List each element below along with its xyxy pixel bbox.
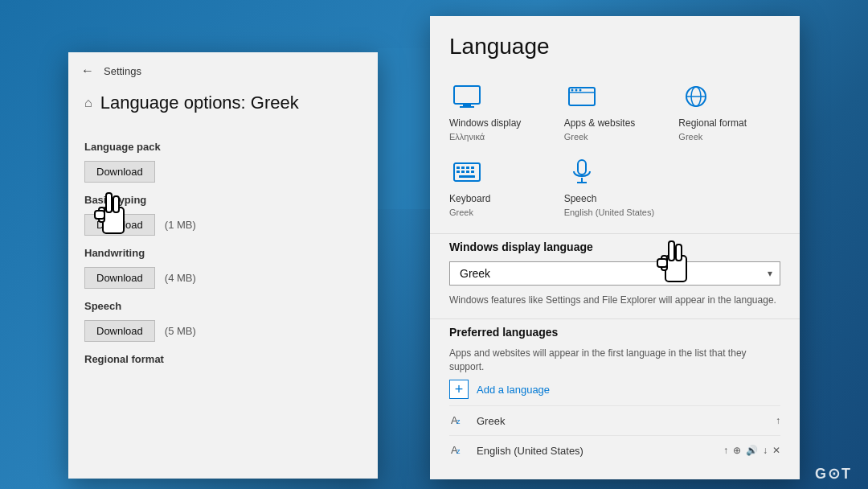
regional-format-icon xyxy=(678,79,714,114)
svg-point-11 xyxy=(575,89,577,92)
add-language-row[interactable]: + Add a language xyxy=(449,373,780,405)
apps-websites-icon xyxy=(564,79,600,114)
svg-rect-24 xyxy=(471,171,474,173)
greek-action-icons: ↑ xyxy=(776,415,780,426)
speech-size: (5 MB) xyxy=(165,325,196,337)
svg-rect-25 xyxy=(459,175,475,178)
home-icon[interactable]: ⌂ xyxy=(84,96,92,110)
basic-typing-size: (1 MB) xyxy=(165,219,196,231)
regional-format-item[interactable]: Regional format Greek xyxy=(678,79,780,142)
svg-rect-19 xyxy=(466,166,469,169)
english-flag-icon: A z xyxy=(449,441,469,460)
display-note: Windows features like Settings and File … xyxy=(449,294,780,307)
english-speech-icon[interactable]: 🔊 xyxy=(746,445,758,456)
keyboard-item[interactable]: Keyboard Greek xyxy=(449,154,551,217)
regional-format-label: Regional format xyxy=(678,117,747,129)
svg-text:z: z xyxy=(457,417,461,425)
speech-label: Speech xyxy=(84,300,362,312)
svg-rect-21 xyxy=(457,171,460,173)
add-language-button[interactable]: + xyxy=(449,380,469,399)
svg-rect-23 xyxy=(466,171,469,173)
greek-lang-name: Greek xyxy=(477,415,768,427)
page-title: Language options: Greek xyxy=(100,92,299,113)
speech-download-button[interactable]: Download xyxy=(84,320,155,342)
language-title: Language xyxy=(449,34,550,59)
svg-text:z: z xyxy=(457,447,461,455)
handwriting-size: (4 MB) xyxy=(165,272,196,284)
speech-item[interactable]: Speech English (United States) xyxy=(564,154,666,217)
settings-title: Settings xyxy=(104,65,141,77)
greek-flag-icon: A z xyxy=(449,411,469,430)
english-options-icon[interactable]: ⊕ xyxy=(733,445,741,456)
english-lang-name: English (United States) xyxy=(477,445,715,457)
language-dropdown-wrapper: Greek English (United States) ▾ xyxy=(449,261,780,286)
windows-display-icon xyxy=(449,79,485,114)
back-button[interactable]: ← xyxy=(81,64,94,78)
svg-rect-17 xyxy=(457,166,460,169)
add-language-label[interactable]: Add a language xyxy=(477,384,550,396)
settings-panel: ← Settings ⌂ Language options: Greek Lan… xyxy=(68,52,378,479)
basic-typing-label: Basic typing xyxy=(84,194,362,206)
preferred-description: Apps and websites will appear in the fir… xyxy=(449,347,780,374)
speech-icon xyxy=(564,154,600,190)
handwriting-label: Handwriting xyxy=(84,247,362,259)
windows-display-section: Windows display language Greek English (… xyxy=(430,233,800,318)
keyboard-icon xyxy=(449,154,485,190)
svg-point-12 xyxy=(579,89,581,92)
preferred-section: Preferred languages Apps and websites wi… xyxy=(430,318,800,474)
windows-display-sublabel: Ελληνικά xyxy=(449,132,485,142)
svg-rect-22 xyxy=(461,171,465,173)
handwriting-row: Download (4 MB) xyxy=(84,267,362,289)
keyboard-label: Keyboard xyxy=(449,193,490,204)
svg-point-10 xyxy=(571,89,573,92)
basic-typing-download-button[interactable]: Download xyxy=(84,214,155,236)
speech-sublabel: English (United States) xyxy=(564,208,655,217)
lang-icons-grid: Windows display Ελληνικά Apps & websites… xyxy=(430,72,800,233)
svg-rect-18 xyxy=(461,166,465,169)
basic-typing-row: Download (1 MB) xyxy=(84,214,362,236)
english-language-item[interactable]: A z English (United States) ↑ ⊕ 🔊 ↓ ✕ xyxy=(449,435,780,465)
english-remove-icon[interactable]: ✕ xyxy=(772,445,780,456)
english-down-icon[interactable]: ↓ xyxy=(763,445,768,456)
apps-websites-item[interactable]: Apps & websites Greek xyxy=(564,79,666,142)
language-dropdown[interactable]: Greek English (United States) xyxy=(449,261,780,286)
svg-rect-5 xyxy=(454,86,480,104)
windows-display-label: Windows display xyxy=(449,117,521,129)
preferred-section-title: Preferred languages xyxy=(449,326,780,339)
language-pack-row: Download xyxy=(84,161,362,183)
svg-rect-20 xyxy=(471,166,474,169)
handwriting-download-button[interactable]: Download xyxy=(84,267,155,289)
greek-up-icon[interactable]: ↑ xyxy=(776,415,780,426)
svg-rect-7 xyxy=(460,106,474,108)
language-pack-label: Language pack xyxy=(84,141,362,153)
apps-websites-label: Apps & websites xyxy=(564,117,636,129)
english-up-icon[interactable]: ↑ xyxy=(723,445,728,456)
svg-rect-26 xyxy=(578,160,586,175)
language-panel: Language Windows display Ελληνικά xyxy=(430,16,800,479)
settings-content: Language pack Download Basic typing Down… xyxy=(68,126,378,380)
greek-language-item[interactable]: A z Greek ↑ xyxy=(449,405,780,435)
windows-display-section-title: Windows display language xyxy=(449,240,780,253)
language-pack-download-button[interactable]: Download xyxy=(84,161,155,183)
english-action-icons: ↑ ⊕ 🔊 ↓ ✕ xyxy=(723,445,780,456)
regional-format-sublabel: Greek xyxy=(678,132,702,142)
windows-display-item[interactable]: Windows display Ελληνικά xyxy=(449,79,551,142)
regional-format-label: Regional format xyxy=(84,353,362,365)
keyboard-sublabel: Greek xyxy=(449,208,473,217)
speech-right-label: Speech xyxy=(564,193,597,204)
watermark: G⊙T xyxy=(815,465,852,483)
settings-header: ← Settings xyxy=(68,52,378,84)
apps-websites-sublabel: Greek xyxy=(564,132,588,142)
language-header: Language xyxy=(430,16,800,72)
page-title-row: ⌂ Language options: Greek xyxy=(68,84,378,126)
speech-row: Download (5 MB) xyxy=(84,320,362,342)
